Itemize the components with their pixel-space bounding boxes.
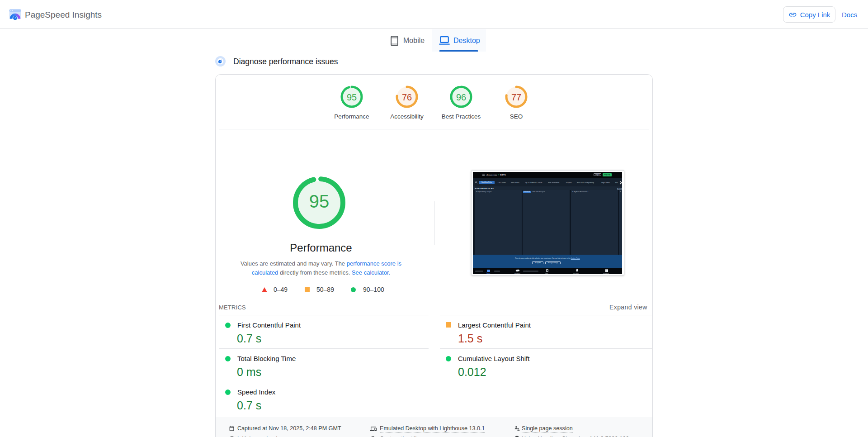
svg-text:96: 96 <box>456 92 466 102</box>
svg-text:76: 76 <box>402 92 412 102</box>
svg-text:95: 95 <box>347 92 357 102</box>
svg-text:95: 95 <box>309 191 330 211</box>
svg-text:77: 77 <box>511 92 521 102</box>
